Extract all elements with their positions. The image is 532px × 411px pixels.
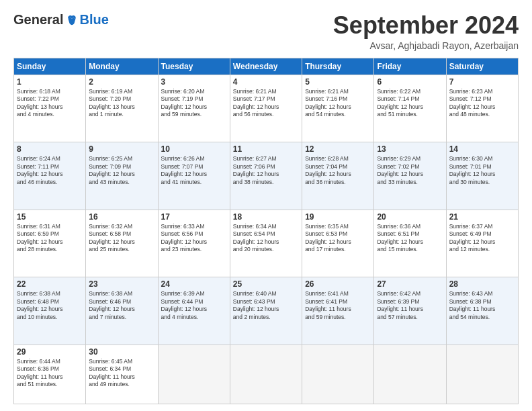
day-number: 20	[377, 212, 443, 222]
table-row	[374, 345, 446, 404]
day-number: 4	[233, 77, 299, 87]
table-row: 22Sunrise: 6:38 AM Sunset: 6:48 PM Dayli…	[14, 277, 86, 345]
day-info: Sunrise: 6:34 AM Sunset: 6:54 PM Dayligh…	[233, 223, 299, 254]
day-info: Sunrise: 6:23 AM Sunset: 7:12 PM Dayligh…	[449, 88, 515, 119]
day-number: 21	[449, 212, 515, 222]
table-row: 14Sunrise: 6:30 AM Sunset: 7:01 PM Dayli…	[446, 142, 518, 210]
day-info: Sunrise: 6:29 AM Sunset: 7:02 PM Dayligh…	[377, 155, 443, 186]
col-thursday: Thursday	[302, 58, 374, 75]
calendar-week-2: 15Sunrise: 6:31 AM Sunset: 6:59 PM Dayli…	[14, 210, 519, 277]
day-number: 5	[305, 77, 371, 87]
day-number: 8	[17, 144, 83, 154]
table-row: 28Sunrise: 6:43 AM Sunset: 6:38 PM Dayli…	[446, 277, 518, 345]
table-row: 24Sunrise: 6:39 AM Sunset: 6:44 PM Dayli…	[158, 277, 230, 345]
table-row: 27Sunrise: 6:42 AM Sunset: 6:39 PM Dayli…	[374, 277, 446, 345]
table-row: 21Sunrise: 6:37 AM Sunset: 6:49 PM Dayli…	[446, 210, 518, 277]
table-row: 13Sunrise: 6:29 AM Sunset: 7:02 PM Dayli…	[374, 142, 446, 210]
day-number: 12	[305, 144, 371, 154]
day-info: Sunrise: 6:21 AM Sunset: 7:17 PM Dayligh…	[233, 88, 299, 119]
day-number: 18	[233, 212, 299, 222]
day-number: 28	[449, 279, 515, 289]
header: General Blue September 2024 Avsar, Aghja…	[13, 12, 519, 51]
day-info: Sunrise: 6:19 AM Sunset: 7:20 PM Dayligh…	[89, 88, 154, 119]
col-wednesday: Wednesday	[230, 58, 302, 75]
table-row: 8Sunrise: 6:24 AM Sunset: 7:11 PM Daylig…	[14, 142, 86, 210]
day-number: 17	[161, 212, 227, 222]
calendar: Sunday Monday Tuesday Wednesday Thursday…	[13, 58, 519, 404]
day-info: Sunrise: 6:38 AM Sunset: 6:48 PM Dayligh…	[17, 290, 83, 321]
table-row: 3Sunrise: 6:20 AM Sunset: 7:19 PM Daylig…	[158, 75, 230, 142]
day-info: Sunrise: 6:24 AM Sunset: 7:11 PM Dayligh…	[17, 155, 83, 186]
logo-text: General Blue	[13, 12, 109, 28]
col-monday: Monday	[86, 58, 158, 75]
day-info: Sunrise: 6:43 AM Sunset: 6:38 PM Dayligh…	[449, 290, 515, 321]
day-info: Sunrise: 6:30 AM Sunset: 7:01 PM Dayligh…	[449, 155, 515, 186]
logo-blue: Blue	[79, 12, 108, 28]
table-row	[230, 345, 302, 404]
logo-bird-icon	[66, 14, 78, 26]
day-number: 7	[449, 77, 515, 87]
month-title: September 2024	[333, 12, 519, 39]
calendar-week-4: 29Sunrise: 6:44 AM Sunset: 6:36 PM Dayli…	[14, 345, 519, 404]
day-info: Sunrise: 6:35 AM Sunset: 6:53 PM Dayligh…	[305, 223, 371, 254]
day-info: Sunrise: 6:42 AM Sunset: 6:39 PM Dayligh…	[377, 290, 443, 321]
col-saturday: Saturday	[446, 58, 518, 75]
table-row: 17Sunrise: 6:33 AM Sunset: 6:56 PM Dayli…	[158, 210, 230, 277]
table-row: 26Sunrise: 6:41 AM Sunset: 6:41 PM Dayli…	[302, 277, 374, 345]
calendar-week-3: 22Sunrise: 6:38 AM Sunset: 6:48 PM Dayli…	[14, 277, 519, 345]
table-row: 18Sunrise: 6:34 AM Sunset: 6:54 PM Dayli…	[230, 210, 302, 277]
day-info: Sunrise: 6:45 AM Sunset: 6:34 PM Dayligh…	[89, 358, 154, 389]
day-number: 19	[305, 212, 371, 222]
day-number: 14	[449, 144, 515, 154]
day-number: 23	[89, 279, 154, 289]
day-number: 27	[377, 279, 443, 289]
day-info: Sunrise: 6:26 AM Sunset: 7:07 PM Dayligh…	[161, 155, 227, 186]
day-info: Sunrise: 6:32 AM Sunset: 6:58 PM Dayligh…	[89, 223, 154, 254]
table-row: 1Sunrise: 6:18 AM Sunset: 7:22 PM Daylig…	[14, 75, 86, 142]
table-row: 20Sunrise: 6:36 AM Sunset: 6:51 PM Dayli…	[374, 210, 446, 277]
day-number: 13	[377, 144, 443, 154]
day-info: Sunrise: 6:21 AM Sunset: 7:16 PM Dayligh…	[305, 88, 371, 119]
table-row: 19Sunrise: 6:35 AM Sunset: 6:53 PM Dayli…	[302, 210, 374, 277]
day-info: Sunrise: 6:38 AM Sunset: 6:46 PM Dayligh…	[89, 290, 154, 321]
day-number: 30	[89, 347, 154, 357]
calendar-header-row: Sunday Monday Tuesday Wednesday Thursday…	[14, 58, 519, 75]
day-info: Sunrise: 6:37 AM Sunset: 6:49 PM Dayligh…	[449, 223, 515, 254]
calendar-week-0: 1Sunrise: 6:18 AM Sunset: 7:22 PM Daylig…	[14, 75, 519, 142]
table-row: 15Sunrise: 6:31 AM Sunset: 6:59 PM Dayli…	[14, 210, 86, 277]
calendar-week-1: 8Sunrise: 6:24 AM Sunset: 7:11 PM Daylig…	[14, 142, 519, 210]
day-info: Sunrise: 6:40 AM Sunset: 6:43 PM Dayligh…	[233, 290, 299, 321]
table-row: 16Sunrise: 6:32 AM Sunset: 6:58 PM Dayli…	[86, 210, 158, 277]
day-info: Sunrise: 6:39 AM Sunset: 6:44 PM Dayligh…	[161, 290, 227, 321]
table-row: 7Sunrise: 6:23 AM Sunset: 7:12 PM Daylig…	[446, 75, 518, 142]
table-row: 12Sunrise: 6:28 AM Sunset: 7:04 PM Dayli…	[302, 142, 374, 210]
day-info: Sunrise: 6:41 AM Sunset: 6:41 PM Dayligh…	[305, 290, 371, 321]
day-number: 25	[233, 279, 299, 289]
day-info: Sunrise: 6:33 AM Sunset: 6:56 PM Dayligh…	[161, 223, 227, 254]
day-info: Sunrise: 6:25 AM Sunset: 7:09 PM Dayligh…	[89, 155, 154, 186]
day-number: 3	[161, 77, 227, 87]
table-row: 23Sunrise: 6:38 AM Sunset: 6:46 PM Dayli…	[86, 277, 158, 345]
table-row: 9Sunrise: 6:25 AM Sunset: 7:09 PM Daylig…	[86, 142, 158, 210]
location-title: Avsar, Aghjabadi Rayon, Azerbaijan	[333, 40, 519, 51]
table-row: 4Sunrise: 6:21 AM Sunset: 7:17 PM Daylig…	[230, 75, 302, 142]
table-row: 10Sunrise: 6:26 AM Sunset: 7:07 PM Dayli…	[158, 142, 230, 210]
table-row: 25Sunrise: 6:40 AM Sunset: 6:43 PM Dayli…	[230, 277, 302, 345]
logo-general: General	[13, 12, 63, 28]
col-friday: Friday	[374, 58, 446, 75]
table-row: 2Sunrise: 6:19 AM Sunset: 7:20 PM Daylig…	[86, 75, 158, 142]
day-number: 24	[161, 279, 227, 289]
day-number: 10	[161, 144, 227, 154]
day-number: 26	[305, 279, 371, 289]
day-number: 1	[17, 77, 83, 87]
table-row: 29Sunrise: 6:44 AM Sunset: 6:36 PM Dayli…	[14, 345, 86, 404]
day-info: Sunrise: 6:31 AM Sunset: 6:59 PM Dayligh…	[17, 223, 83, 254]
day-info: Sunrise: 6:44 AM Sunset: 6:36 PM Dayligh…	[17, 358, 83, 389]
day-number: 9	[89, 144, 154, 154]
day-info: Sunrise: 6:27 AM Sunset: 7:06 PM Dayligh…	[233, 155, 299, 186]
table-row	[446, 345, 518, 404]
col-tuesday: Tuesday	[158, 58, 230, 75]
day-number: 11	[233, 144, 299, 154]
day-info: Sunrise: 6:28 AM Sunset: 7:04 PM Dayligh…	[305, 155, 371, 186]
day-number: 15	[17, 212, 83, 222]
